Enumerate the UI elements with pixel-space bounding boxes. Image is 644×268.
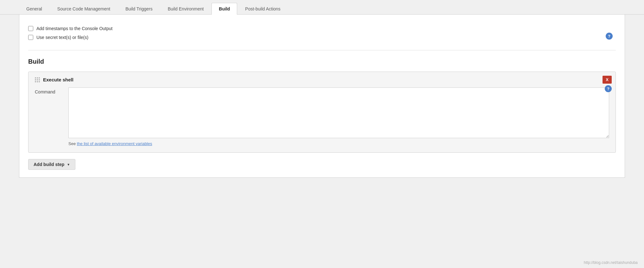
help-icon[interactable]: ? [606,33,613,40]
page-wrapper: General Source Code Management Build Tri… [0,0,644,268]
timestamps-checkbox-row: Add timestamps to the Console Output [28,26,616,31]
execute-shell-help: ? [605,85,612,92]
command-label: Command [35,87,63,94]
tab-build-environment[interactable]: Build Environment [161,3,211,15]
env-vars-link-row: See the list of available environment va… [68,141,609,146]
build-env-help: ? [606,33,613,40]
env-vars-link[interactable]: the list of available environment variab… [77,141,152,146]
tab-general[interactable]: General [19,3,49,15]
timestamps-checkbox[interactable] [28,26,33,31]
build-environment-section: Add timestamps to the Console Output Use… [28,22,616,50]
timestamps-label: Add timestamps to the Console Output [36,26,112,31]
secret-text-checkbox-row: Use secret text(s) or file(s) [28,35,616,40]
tab-build-triggers[interactable]: Build Triggers [118,3,160,15]
build-section-title: Build [28,58,616,65]
secret-text-checkbox[interactable] [28,35,33,40]
tab-post-build-actions[interactable]: Post-build Actions [238,3,287,15]
command-row: Command [35,87,609,138]
build-section: Build X ? Execute shell Command [28,58,616,170]
tab-build[interactable]: Build [212,3,237,15]
command-textarea[interactable] [68,87,609,138]
execute-shell-card: X ? Execute shell Command [28,72,616,153]
env-vars-text: See [68,141,77,146]
add-build-step-label: Add build step [34,162,64,167]
watermark: http://blog.csdn.net/taishunduba [584,260,638,265]
dropdown-arrow-icon: ▼ [67,163,70,166]
execute-shell-header: Execute shell [35,77,609,82]
tab-source-code-management[interactable]: Source Code Management [50,3,117,15]
add-build-step-button[interactable]: Add build step ▼ [28,159,75,170]
drag-handle[interactable] [35,77,40,82]
execute-shell-title: Execute shell [43,77,73,82]
secret-text-label: Use secret text(s) or file(s) [36,35,88,40]
execute-shell-help-icon[interactable]: ? [605,85,612,92]
delete-build-step-button[interactable]: X [603,76,612,84]
tabs-bar: General Source Code Management Build Tri… [0,0,644,15]
main-content: Add timestamps to the Console Output Use… [19,15,625,178]
